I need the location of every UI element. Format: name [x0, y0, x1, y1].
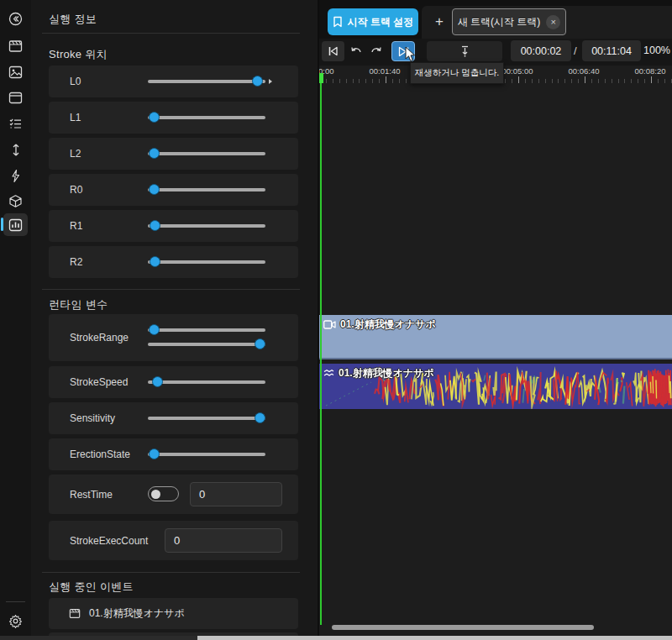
redo-icon [370, 46, 382, 56]
ruler-label: 00:05:00 [502, 66, 533, 76]
horizontal-scrollbar[interactable] [332, 625, 594, 630]
cube-icon[interactable] [3, 190, 28, 212]
stroke-speed-slider[interactable] [148, 376, 265, 388]
l1-slider[interactable] [148, 112, 265, 123]
zoom-level-dropdown[interactable]: 100% [643, 45, 672, 56]
tab-close-icon[interactable]: × [546, 15, 560, 29]
ruler-tick [605, 79, 606, 83]
sensitivity-thumb[interactable] [255, 412, 265, 423]
r1-slider-thumb[interactable] [150, 220, 160, 231]
ruler-tick [379, 79, 380, 83]
ruler-tick [386, 76, 386, 83]
ruler-tick [658, 79, 659, 83]
stroke-exec-count-row: StrokeExecCount 0 [49, 521, 298, 560]
slider-row-l0: L0 [49, 66, 298, 97]
total-time-display[interactable]: 00:11:04 [582, 40, 641, 61]
ruler-tick [571, 79, 572, 83]
icon-rail [0, 0, 31, 640]
funscript-track-clip[interactable]: 01.射精我慢オナサポ [319, 364, 672, 409]
waveform-icon [323, 369, 334, 378]
add-tab-button[interactable]: + [428, 11, 450, 33]
l2-slider[interactable] [148, 148, 265, 160]
ruler-tick [618, 79, 619, 83]
script-clip-label-row: 01.射精我慢オナサポ [323, 366, 434, 380]
ruler-label: 00:06:40 [569, 66, 600, 76]
ruler-tick [346, 79, 347, 83]
ruler-label: 00:01:40 [370, 66, 401, 76]
erection-state-slider[interactable] [148, 449, 265, 460]
rest-time-toggle[interactable] [148, 486, 179, 501]
image-icon[interactable] [3, 60, 28, 83]
r1-slider[interactable] [148, 220, 265, 232]
ruler-tick [512, 79, 512, 83]
running-events-title: 실행 중인 이벤트 [49, 580, 134, 595]
tab-bar: 시작 트랙 설정 + 새 트랙(시작 트랙) × [319, 0, 672, 39]
playhead-handle[interactable] [319, 73, 323, 83]
selected-indicator [1, 218, 3, 231]
playhead-line [320, 74, 322, 625]
tab-new-track[interactable]: 새 트랙(시작 트랙) × [452, 8, 566, 35]
ruler-tick [664, 79, 665, 83]
lightning-icon[interactable] [3, 165, 28, 187]
l0-slider[interactable] [148, 76, 265, 87]
running-event-item[interactable]: 01.射精我慢オナサポ [49, 598, 298, 629]
start-track-settings-button[interactable]: 시작 트랙 설정 [328, 8, 418, 35]
exec-info-title: 실행 정보 [49, 12, 97, 27]
r2-slider-thumb[interactable] [150, 256, 160, 267]
ruler-tick [585, 76, 585, 83]
ruler-tick [638, 79, 638, 83]
r0-slider[interactable] [148, 184, 265, 196]
stroke-exec-count-input[interactable]: 0 [165, 528, 282, 553]
stroke-range-high-thumb[interactable] [255, 338, 265, 349]
stroke-range-low-thumb[interactable] [149, 324, 160, 335]
ruler-tick [353, 79, 354, 83]
video-track-clip[interactable]: 01.射精我慢オナサポ [319, 315, 672, 359]
r0-slider-thumb[interactable] [149, 184, 160, 195]
bar-chart-icon[interactable] [3, 213, 28, 236]
clapperboard-icon[interactable] [3, 34, 28, 57]
sensitivity-slider[interactable] [148, 412, 265, 424]
ruler-tick [505, 79, 506, 83]
stroke-speed-thumb[interactable] [152, 376, 163, 387]
ruler-tick [644, 79, 645, 83]
l2-slider-thumb[interactable] [149, 148, 160, 159]
video-camera-icon [323, 320, 336, 329]
settings-gear-icon[interactable] [3, 610, 28, 632]
r2-slider[interactable] [148, 256, 265, 268]
redo-button[interactable] [366, 41, 386, 61]
rest-time-row: RestTime 0 [49, 475, 298, 514]
stroke-range-low-slider[interactable] [148, 324, 265, 336]
ruler-tick [326, 79, 327, 83]
ruler-tick [525, 79, 526, 83]
skip-to-start-button[interactable] [322, 41, 344, 61]
ruler-tick [591, 79, 592, 83]
timeline-panel: 시작 트랙 설정 + 새 트랙(시작 트랙) × 00:00:02 / 00:1… [319, 0, 672, 636]
undo-button[interactable] [346, 41, 366, 61]
current-time-display[interactable]: 00:00:02 [511, 40, 571, 61]
window-icon[interactable] [3, 87, 28, 109]
bottom-edge-light [197, 636, 672, 640]
rewind-circle-icon[interactable] [3, 8, 28, 30]
ruler-tick [612, 79, 612, 83]
ruler-tick [598, 79, 599, 83]
erection-state-row: ErectionState [49, 438, 298, 470]
sensitivity-row: Sensitivity [49, 402, 298, 434]
erection-state-thumb[interactable] [149, 449, 160, 459]
stroke-range-high-slider[interactable] [148, 338, 265, 350]
play-tooltip: 재생하거나 멈춥니다. [410, 62, 504, 84]
video-clip-label-row: 01.射精我慢オナサポ [323, 317, 436, 332]
bookmark-icon [333, 16, 343, 28]
clapperboard-icon [69, 608, 81, 619]
rest-time-input[interactable]: 0 [190, 482, 282, 506]
l0-slider-thumb[interactable] [252, 76, 263, 87]
skip-to-start-icon [328, 46, 339, 56]
play-pause-button[interactable] [391, 41, 415, 61]
stroke-range-row: StrokeRange [49, 314, 298, 361]
insert-down-icon [460, 45, 470, 57]
ruler-tick [624, 79, 625, 83]
undo-icon [350, 46, 362, 56]
l1-slider-thumb[interactable] [149, 112, 160, 123]
arrows-vertical-icon[interactable] [3, 139, 28, 161]
task-list-icon[interactable] [3, 113, 28, 135]
insert-marker-button[interactable] [427, 41, 502, 61]
